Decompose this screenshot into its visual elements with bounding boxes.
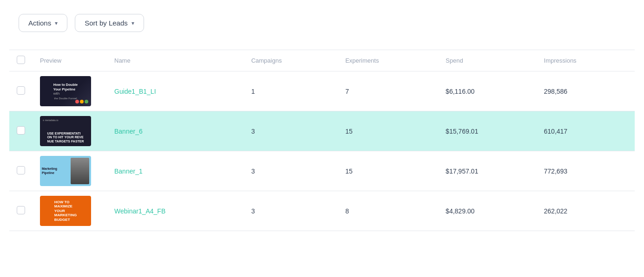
- table-row: ≡ metadata.io USE EXPERIMENTATION TO HIT…: [9, 111, 635, 151]
- actions-chevron-icon: ▾: [55, 20, 58, 26]
- row-experiments: 15: [338, 111, 438, 151]
- row-impressions: 262,022: [537, 191, 635, 231]
- row-preview: ≡ metadata.io USE EXPERIMENTATION TO HIT…: [33, 111, 107, 151]
- row-checkbox[interactable]: [17, 126, 25, 135]
- name-link[interactable]: Banner_6: [114, 128, 143, 135]
- row-campaigns: 3: [244, 151, 338, 191]
- sort-label: Sort by Leads: [85, 19, 128, 27]
- row-checkbox[interactable]: [17, 166, 25, 174]
- row-experiments: 8: [338, 191, 438, 231]
- row-campaigns: 3: [244, 111, 338, 151]
- sort-by-leads-button[interactable]: Sort by Leads ▾: [75, 14, 144, 32]
- row-name[interactable]: Banner_6: [107, 111, 244, 151]
- name-link[interactable]: Webinar1_A4_FB: [114, 207, 165, 215]
- row-checkbox-cell[interactable]: [9, 111, 33, 151]
- row-name[interactable]: Webinar1_A4_FB: [107, 191, 244, 231]
- table-row: HOW TOMAXIMIZEYOURMARKETINGBUDGET Webina…: [9, 191, 635, 231]
- row-preview: HOW TOMAXIMIZEYOURMARKETINGBUDGET: [33, 191, 107, 231]
- header-checkbox[interactable]: [9, 50, 33, 71]
- actions-label: Actions: [28, 19, 51, 27]
- row-checkbox-cell[interactable]: [9, 151, 33, 191]
- row-name[interactable]: Guide1_B1_LI: [107, 71, 244, 111]
- table-row: MarketingPipeline Banner_1 3 15 $17,957.…: [9, 151, 635, 191]
- header-experiments: Experiments: [338, 50, 438, 71]
- header-campaigns: Campaigns: [244, 50, 338, 71]
- header-name: Name: [107, 50, 244, 71]
- row-checkbox[interactable]: [17, 206, 25, 214]
- table-container: Preview Name Campaigns Experiments Spend…: [9, 50, 635, 231]
- name-link[interactable]: Banner_1: [114, 167, 143, 175]
- row-checkbox-cell[interactable]: [9, 71, 33, 111]
- row-spend: $17,957.01: [438, 151, 536, 191]
- row-spend: $6,116.00: [438, 71, 536, 111]
- header-spend: Spend: [438, 50, 536, 71]
- sort-chevron-icon: ▾: [131, 20, 134, 26]
- select-all-checkbox[interactable]: [17, 56, 25, 64]
- actions-button[interactable]: Actions ▾: [19, 14, 67, 32]
- name-link[interactable]: Guide1_B1_LI: [114, 88, 156, 95]
- row-impressions: 772,693: [537, 151, 635, 191]
- row-experiments: 7: [338, 71, 438, 111]
- row-checkbox-cell[interactable]: [9, 191, 33, 231]
- row-impressions: 298,586: [537, 71, 635, 111]
- header-impressions: Impressions: [537, 50, 635, 71]
- header-preview: Preview: [33, 50, 107, 71]
- row-preview: How to DoubleYour Pipelinewith the Doubl…: [33, 71, 107, 111]
- row-spend: $15,769.01: [438, 111, 536, 151]
- row-name[interactable]: Banner_1: [107, 151, 244, 191]
- assets-table: Preview Name Campaigns Experiments Spend…: [9, 50, 635, 231]
- toolbar: Actions ▾ Sort by Leads ▾: [9, 9, 635, 37]
- row-impressions: 610,417: [537, 111, 635, 151]
- row-campaigns: 1: [244, 71, 338, 111]
- row-preview: MarketingPipeline: [33, 151, 107, 191]
- table-row: How to DoubleYour Pipelinewith the Doubl…: [9, 71, 635, 111]
- row-campaigns: 3: [244, 191, 338, 231]
- row-experiments: 15: [338, 151, 438, 191]
- table-header-row: Preview Name Campaigns Experiments Spend…: [9, 50, 635, 71]
- row-checkbox[interactable]: [17, 86, 25, 95]
- row-spend: $4,829.00: [438, 191, 536, 231]
